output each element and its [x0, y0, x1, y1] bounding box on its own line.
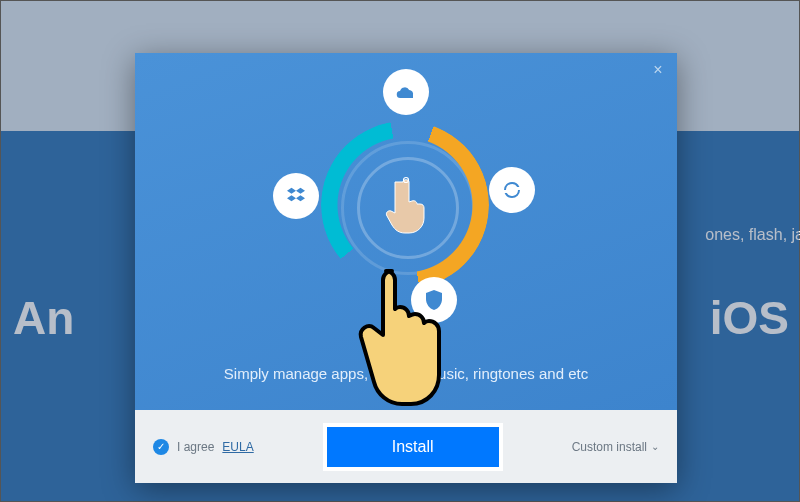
custom-install-label: Custom install	[572, 440, 647, 454]
agree-area[interactable]: ✓ I agree EULA	[153, 439, 254, 455]
cloud-icon	[383, 69, 429, 115]
dialog-hero-area: ×	[135, 53, 677, 410]
agree-label: I agree	[177, 440, 214, 454]
shield-icon	[411, 277, 457, 323]
checkmark-icon[interactable]: ✓	[153, 439, 169, 455]
tap-hand-icon	[383, 176, 429, 236]
hero-illustration	[271, 71, 541, 341]
chevron-down-icon: ⌄	[651, 441, 659, 452]
sync-icon	[489, 167, 535, 213]
box-icon	[273, 173, 319, 219]
custom-install-toggle[interactable]: Custom install ⌄	[572, 440, 659, 454]
installer-dialog: ×	[135, 53, 677, 483]
tagline-text: Simply manage apps, photos, music, ringt…	[135, 365, 677, 382]
eula-link[interactable]: EULA	[222, 440, 253, 454]
install-button-highlight: Install	[323, 423, 503, 471]
dialog-footer: ✓ I agree EULA Install Custom install ⌄	[135, 410, 677, 483]
install-button[interactable]: Install	[327, 427, 499, 467]
close-button[interactable]: ×	[649, 61, 667, 79]
